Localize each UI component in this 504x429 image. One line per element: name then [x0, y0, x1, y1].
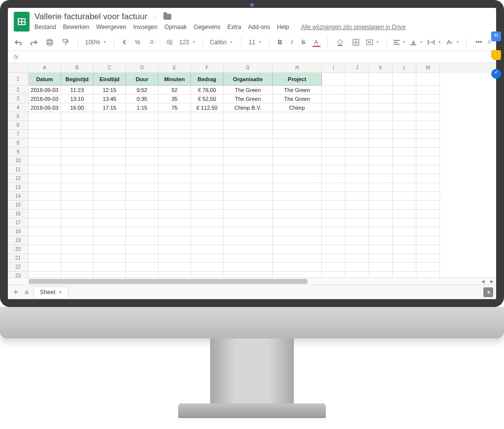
cell-L20[interactable] — [393, 245, 416, 254]
cell-G23[interactable] — [223, 272, 273, 277]
doc-title[interactable]: Vallerie facturabel voor factuur — [34, 12, 147, 22]
cell-B8[interactable] — [61, 139, 94, 148]
cell-B2[interactable]: 11:23 — [61, 86, 94, 94]
menu-extra[interactable]: Extra — [227, 24, 241, 31]
cell-J4[interactable] — [346, 103, 369, 112]
cell-J23[interactable] — [346, 272, 369, 277]
cell-I14[interactable] — [322, 192, 346, 201]
cell-H6[interactable] — [273, 121, 322, 130]
row-header-10[interactable]: 10 — [8, 156, 29, 165]
cell-A20[interactable] — [29, 245, 61, 254]
cell-L8[interactable] — [393, 139, 416, 148]
cell-B9[interactable] — [61, 148, 94, 156]
cell-H5[interactable] — [273, 112, 322, 121]
cell-H16[interactable] — [273, 210, 322, 218]
cell-E20[interactable] — [158, 245, 191, 254]
cell-C14[interactable] — [94, 192, 126, 201]
col-header-L[interactable]: L — [393, 63, 416, 73]
cell-E11[interactable] — [158, 165, 191, 174]
col-header-D[interactable]: D — [126, 63, 158, 73]
cell-D18[interactable] — [126, 227, 158, 236]
cell-D10[interactable] — [126, 156, 158, 165]
cell-H3[interactable]: The Green — [273, 94, 322, 103]
cell-L9[interactable] — [393, 148, 416, 156]
menu-gegevens[interactable]: Gegevens — [193, 24, 220, 31]
font-select[interactable]: Calibri — [210, 39, 234, 46]
cell-L22[interactable] — [393, 263, 416, 272]
cell-F17[interactable] — [191, 218, 223, 227]
cell-D23[interactable] — [126, 272, 158, 277]
cell-F15[interactable] — [191, 201, 223, 210]
cell-K7[interactable] — [369, 130, 393, 139]
col-header-K[interactable]: K — [369, 63, 393, 73]
cell-H11[interactable] — [273, 165, 322, 174]
strike-button[interactable]: S — [300, 38, 308, 47]
cell-G5[interactable] — [223, 112, 273, 121]
italic-button[interactable]: I — [289, 38, 294, 47]
cell-C21[interactable] — [94, 254, 126, 263]
row-header-21[interactable]: 21 — [8, 254, 29, 263]
cell-M19[interactable] — [416, 236, 440, 245]
cell-M2[interactable] — [416, 86, 440, 94]
row-header-2[interactable]: 2 — [8, 86, 29, 94]
cell-K13[interactable] — [369, 183, 393, 192]
cell-I20[interactable] — [322, 245, 346, 254]
cell-J7[interactable] — [346, 130, 369, 139]
cell-E15[interactable] — [158, 201, 191, 210]
menu-weergeven[interactable]: Weergeven — [96, 24, 126, 31]
cell-M17[interactable] — [416, 218, 440, 227]
cell-F9[interactable] — [191, 148, 223, 156]
number-format-select[interactable]: 123 — [179, 39, 195, 46]
row-header-23[interactable]: 23 — [8, 272, 29, 277]
col-header-C[interactable]: C — [94, 63, 126, 73]
cell-G19[interactable] — [223, 236, 273, 245]
cell-E16[interactable] — [158, 210, 191, 218]
cell-J14[interactable] — [346, 192, 369, 201]
cell-G12[interactable] — [223, 174, 273, 183]
cell-D16[interactable] — [126, 210, 158, 218]
cell-D8[interactable] — [126, 139, 158, 148]
cell-I12[interactable] — [322, 174, 346, 183]
cell-G10[interactable] — [223, 156, 273, 165]
cell-I8[interactable] — [322, 139, 346, 148]
cell-E8[interactable] — [158, 139, 191, 148]
cell-E17[interactable] — [158, 218, 191, 227]
cell-K10[interactable] — [369, 156, 393, 165]
cell-L13[interactable] — [393, 183, 416, 192]
cell-L21[interactable] — [393, 254, 416, 263]
cell-H22[interactable] — [273, 263, 322, 272]
cell-B10[interactable] — [61, 156, 94, 165]
cell-D22[interactable] — [126, 263, 158, 272]
cell-C13[interactable] — [94, 183, 126, 192]
cell-K9[interactable] — [369, 148, 393, 156]
spreadsheet-grid[interactable]: ABCDEFGHIJKLM 1DatumBegintijdEindtijdDuu… — [8, 63, 496, 284]
cell-C3[interactable]: 13:45 — [94, 94, 126, 103]
cell-E18[interactable] — [158, 227, 191, 236]
row-header-22[interactable]: 22 — [8, 263, 29, 272]
cell-I17[interactable] — [322, 218, 346, 227]
cell-I21[interactable] — [322, 254, 346, 263]
cell-G21[interactable] — [223, 254, 273, 263]
cell-L10[interactable] — [393, 156, 416, 165]
col-header-G[interactable]: G — [223, 63, 273, 73]
cell-C2[interactable]: 12:15 — [94, 86, 126, 94]
cell-G4[interactable]: Chimp B.V. — [223, 103, 273, 112]
cell-J5[interactable] — [346, 112, 369, 121]
save-status[interactable]: Alle wijzigingen zijn opgeslagen in Driv… — [301, 24, 406, 31]
cell-C20[interactable] — [94, 245, 126, 254]
cell-M12[interactable] — [416, 174, 440, 183]
cell-C18[interactable] — [94, 227, 126, 236]
row-header-20[interactable]: 20 — [8, 245, 29, 254]
cell-I19[interactable] — [322, 236, 346, 245]
cell-B21[interactable] — [61, 254, 94, 263]
cell-L16[interactable] — [393, 210, 416, 218]
cell-J3[interactable] — [346, 94, 369, 103]
cell-F21[interactable] — [191, 254, 223, 263]
cell-G1[interactable]: Organisatie — [223, 73, 273, 86]
cell-J15[interactable] — [346, 201, 369, 210]
cell-C4[interactable]: 17:15 — [94, 103, 126, 112]
cell-L5[interactable] — [393, 112, 416, 121]
text-rotate-icon[interactable] — [446, 39, 459, 45]
cell-I2[interactable] — [322, 86, 346, 94]
cell-J6[interactable] — [346, 121, 369, 130]
